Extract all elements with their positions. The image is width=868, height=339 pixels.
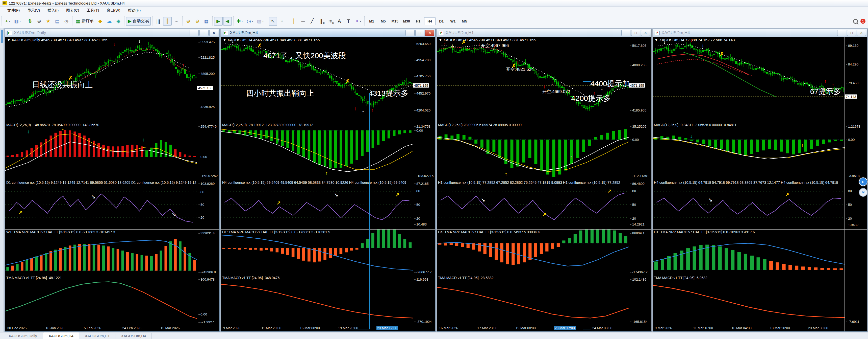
crosshair-mode-button[interactable]: ⊕ <box>35 17 43 26</box>
indicator-chart-area[interactable]: H1 confluence rsx (10,5,15) 77.2852 67.2… <box>437 180 629 229</box>
menu-item[interactable]: 显示(V) <box>24 7 44 14</box>
window-close-button[interactable]: ✕ <box>425 30 434 36</box>
indicator-chart-area[interactable]: MACD(12,26,9) -148.86570 -78.05499 0.000… <box>5 122 197 180</box>
arrows-button[interactable]: ✦ <box>353 17 363 26</box>
price-scale[interactable]: 1.216730.00-3.9518 <box>844 122 867 180</box>
indicator-chart-area[interactable]: MACD(12,26,9) -78.19912 -123.02789 0.000… <box>221 122 413 180</box>
market-watch-button[interactable]: ⇅ <box>26 17 34 26</box>
horizontal-line-button[interactable]: ─ <box>299 17 307 26</box>
timeframe-w1[interactable]: W1 <box>447 17 459 25</box>
indicator-chart-area[interactable]: TMA MACD v1 TT [24-96] -348.0476 <box>221 275 413 325</box>
menu-item[interactable]: 工具(T) <box>83 7 103 14</box>
window-restore-button[interactable]: □ <box>847 30 856 36</box>
indicator-chart-area[interactable]: H4 confluence rsx (10,5,15) 64.7918 54.7… <box>653 180 844 229</box>
mql5-button[interactable]: ◆ <box>96 17 104 26</box>
menu-item[interactable]: 插入(I) <box>44 7 62 14</box>
signals-button[interactable]: ◉ <box>114 17 123 26</box>
tab-xauusdm-daily[interactable]: XAUUSDm,Daily <box>3 333 43 339</box>
tab-xauusdm-h4[interactable]: XAUUSDm,H4 <box>43 332 79 339</box>
timeframe-d1[interactable]: D1 <box>435 17 447 25</box>
trendline-button[interactable]: ╱ <box>308 17 316 26</box>
bar-chart-button[interactable]: ||| <box>154 17 163 26</box>
price-scale[interactable]: -7.6911 <box>844 275 867 325</box>
zoom-in-button[interactable]: ⊕ <box>184 17 193 26</box>
tab-xauusdm-h1[interactable]: XAUUSDm,H1 <box>79 333 115 339</box>
indicator-chart-area[interactable]: H4 confluence rsx (10,5,15) 59.5409 49.5… <box>221 180 413 229</box>
autotrading-button[interactable]: ▶自动交易 <box>126 17 151 26</box>
candlestick-button[interactable]: ║ <box>163 17 172 26</box>
window-restore-button[interactable]: □ <box>199 30 209 36</box>
window-close-button[interactable]: ✕ <box>857 30 866 36</box>
timeframe-h1[interactable]: H1 <box>412 17 424 25</box>
crosshair-button[interactable]: + <box>278 17 286 26</box>
menu-item[interactable]: 窗口(W) <box>103 7 124 14</box>
price-scale[interactable]: 35.252050.00-112.11391 <box>629 122 651 180</box>
new-order-button[interactable]: ▦新订单 <box>74 17 95 26</box>
price-scale[interactable]: 86.480980502014.2921 <box>629 180 651 229</box>
price-scale[interactable]: 103.8289805020 <box>197 180 219 229</box>
price-scale[interactable] <box>844 229 867 275</box>
time-axis[interactable]: 9 Mar 202611 Mar 20:0016 Mar 08:0019 Mar… <box>221 326 435 332</box>
timeframe-m1[interactable]: M1 <box>366 17 377 25</box>
price-scale[interactable]: 116.993-370.1924 <box>413 275 435 325</box>
price-scale[interactable]: 5017.8054808.2554185.9554571.155 <box>629 37 651 122</box>
notification-badge[interactable]: 1 <box>861 19 866 24</box>
label-button[interactable]: T <box>344 17 353 26</box>
fibonacci-button[interactable]: ≋F <box>326 17 335 26</box>
price-scale[interactable]: 5553.4755221.8254895.2004236.9254571.155 <box>197 37 219 122</box>
window-close-button[interactable]: ✕ <box>641 30 650 36</box>
price-scale[interactable]: 21.347530.00-183.62715 <box>413 122 435 180</box>
window-close-button[interactable]: ✕ <box>209 30 218 36</box>
price-scale[interactable]: 87.216580502010.483 <box>413 180 435 229</box>
timeframe-h4[interactable]: H4 <box>424 17 435 25</box>
price-chart-area[interactable]: ▼ XAUUSDm,H1 4546.730 4571.849 4537.381 … <box>437 37 629 122</box>
chart-shift-button[interactable]: ◀ <box>223 17 232 26</box>
window-restore-button[interactable]: □ <box>415 30 425 36</box>
collapsed-panel-strip[interactable] <box>0 28 4 332</box>
panel-scroll-thumb[interactable] <box>1 30 3 43</box>
price-scale[interactable]: 102.1486-165.8154 <box>629 275 651 325</box>
search-icon[interactable] <box>853 19 858 24</box>
window-minimize-button[interactable]: — <box>837 30 846 36</box>
indicator-chart-area[interactable]: D1: TMA NRP MACD v7 HAL TT [3-12->15] 0.… <box>221 229 413 275</box>
line-chart-button[interactable]: ~ <box>172 17 181 26</box>
price-chart-area[interactable]: ▼ XAGUSDm,H4 72.888 74.152 72.568 74.143… <box>653 37 844 122</box>
indicator-chart-area[interactable]: W1: TMA NRP MACD v7 HAL TT [3-12->15] 0.… <box>5 229 197 275</box>
window-minimize-button[interactable]: — <box>190 30 199 36</box>
price-scale[interactable]: 89.13084.29079.45074.143 <box>844 37 867 122</box>
time-axis[interactable]: 30 Dec 202518 Jan 20265 Feb 202624 Feb 2… <box>5 326 219 332</box>
window-minimize-button[interactable]: — <box>405 30 414 36</box>
app-titlebar[interactable]: 12276871: Exness-Real2 - Exness Technolo… <box>0 0 868 6</box>
price-chart-area[interactable]: ▼ XAUUSDm,Daily 4546.730 4571.849 4537.3… <box>5 37 197 122</box>
add-indicator-button[interactable]: ✚ <box>235 17 245 26</box>
indicator-chart-area[interactable]: TMA MACD v1 TT [24-96] -48.1221 <box>5 275 197 325</box>
market-panel-icon[interactable]: ≋ <box>859 188 868 197</box>
chart-window-titlebar[interactable]: XAGUSDm,H4 — □ ✕ <box>653 29 867 37</box>
timeframe-m30[interactable]: M30 <box>401 17 412 25</box>
price-scale[interactable]: 5203.6504954.7004705.7504452.9704204.020… <box>413 37 435 122</box>
indicator-chart-area[interactable]: MACD(12,26,9) -0.84811 -2.06528 0.00000 … <box>653 122 844 180</box>
time-axis[interactable]: 9 Mar 202611 Mar 16:0016 Mar 04:0018 Mar… <box>653 326 867 332</box>
chart-window-titlebar[interactable]: XAUUSDm,H1 — □ ✕ <box>437 29 651 37</box>
price-scale[interactable]: 300.94780.00-71.9927 <box>197 275 219 325</box>
price-scale[interactable]: 333031.4-243906.8 <box>197 229 219 275</box>
text-button[interactable]: A <box>335 17 344 26</box>
templates-button[interactable]: ▧ <box>255 17 265 26</box>
price-chart-area[interactable]: ▼ XAUUSDm,H4 4546.730 4571.849 4537.381 … <box>221 37 413 122</box>
mql5-community-icon[interactable]: ▸ <box>859 177 868 186</box>
indicator-chart-area[interactable]: D1 confluence rsx (10,5,15) 9.1249 19.12… <box>5 180 197 229</box>
price-scale[interactable]: 86809.1-174367.2 <box>629 229 651 275</box>
cursor-button[interactable]: ↖ <box>269 17 277 26</box>
profiles-button[interactable]: ▥ <box>12 17 23 26</box>
menu-item[interactable]: 文件(F) <box>3 7 24 14</box>
menu-item[interactable]: 图表(C) <box>62 7 83 14</box>
price-scale[interactable]: -286677.7 <box>413 229 435 275</box>
chart-window-titlebar[interactable]: XAUUSDm,H4 — □ ✕ <box>221 29 435 37</box>
price-scale[interactable]: 254.477490.00-168.07252 <box>197 122 219 180</box>
channel-button[interactable]: ∥E <box>317 17 326 26</box>
indicator-chart-area[interactable]: MACD(12,26,9) 28.09905 6.09974 28.09905 … <box>437 122 629 180</box>
cloud-button[interactable]: ☁ <box>105 17 114 26</box>
favorites-button[interactable]: ★ <box>44 17 53 26</box>
timeframe-m15[interactable]: M15 <box>389 17 401 25</box>
indicator-chart-area[interactable]: TMA MACD v1 TT [24-96] -23.5832 <box>437 275 629 325</box>
